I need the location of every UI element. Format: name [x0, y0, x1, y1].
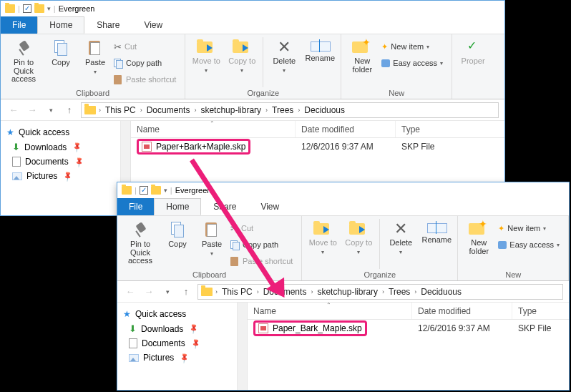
column-header-label: Name: [137, 124, 160, 134]
sidebar-item-documents[interactable]: Documents📌: [4, 155, 117, 169]
breadcrumb[interactable]: sketchup-library: [316, 287, 379, 297]
tab-home[interactable]: Home: [154, 198, 201, 215]
sidebar-item-documents[interactable]: Documents📌: [120, 336, 234, 351]
forward-button[interactable]: →: [142, 285, 156, 299]
paste-icon: [204, 220, 220, 239]
easy-access-icon: [381, 59, 390, 67]
paste-shortcut-button[interactable]: Paste shortcut: [230, 253, 297, 269]
column-header-name[interactable]: Name⌃: [131, 121, 296, 137]
back-button[interactable]: ←: [123, 285, 137, 299]
sidebar-item-downloads[interactable]: ⬇Downloads📌: [120, 321, 234, 336]
copy-path-button[interactable]: Copy path: [230, 237, 297, 253]
breadcrumb[interactable]: Trees: [387, 287, 411, 297]
breadcrumb[interactable]: Deciduous: [303, 105, 346, 115]
column-headers: Name⌃ Date modified Type: [248, 303, 569, 320]
paste-button[interactable]: Paste ▾: [79, 37, 111, 75]
breadcrumb[interactable]: sketchup-library: [199, 105, 263, 115]
sidebar-item-quick-access[interactable]: ★Quick access: [120, 307, 234, 321]
qat-dropdown-icon[interactable]: ▾: [164, 187, 167, 194]
pin-quick-access-button[interactable]: Pin to Quick access: [5, 37, 42, 84]
move-to-icon: [195, 39, 217, 56]
forward-button[interactable]: →: [25, 103, 39, 117]
new-item-button[interactable]: ✦New item ▾: [381, 39, 447, 54]
breadcrumb[interactable]: Documents: [145, 105, 192, 115]
recent-locations-button[interactable]: ▾: [44, 103, 58, 117]
column-header-type[interactable]: Type: [396, 121, 504, 137]
chevron-right-icon: ›: [97, 107, 102, 114]
move-to-button[interactable]: Move to▾: [306, 219, 339, 255]
document-icon: [129, 338, 137, 348]
breadcrumb[interactable]: This PC: [104, 105, 137, 115]
pin-quick-access-button[interactable]: Pin to Quick access: [122, 219, 159, 265]
properties-button[interactable]: Proper: [457, 37, 489, 66]
paste-shortcut-button[interactable]: Paste shortcut: [114, 72, 180, 87]
checkmark-icon: [466, 39, 480, 56]
tab-view[interactable]: View: [248, 198, 291, 215]
column-header-date[interactable]: Date modified: [296, 121, 396, 137]
ribbon: Pin to Quick access Copy Paste ▾ ✂Cut Co…: [1, 34, 504, 99]
cut-label: Cut: [241, 224, 253, 232]
sort-indicator-icon: ⌃: [210, 120, 215, 127]
easy-access-button[interactable]: Easy access ▾: [498, 237, 564, 253]
tab-home[interactable]: Home: [37, 16, 84, 34]
up-button[interactable]: ↑: [179, 285, 193, 299]
copy-button[interactable]: Copy: [45, 37, 77, 67]
column-header-type[interactable]: Type: [512, 303, 569, 319]
address-bar[interactable]: › This PC› Documents› sketchup-library› …: [197, 284, 563, 300]
breadcrumb[interactable]: Trees: [270, 105, 295, 115]
move-to-button[interactable]: Move to ▾: [190, 37, 223, 74]
copy-path-button[interactable]: Copy path: [114, 55, 180, 71]
tab-share[interactable]: Share: [84, 16, 132, 34]
new-folder-button[interactable]: New folder: [462, 219, 495, 255]
new-item-button[interactable]: ✦New item ▾: [498, 220, 564, 236]
qat-checkbox-icon[interactable]: ✓: [23, 4, 31, 13]
sort-indicator-icon: ⌃: [326, 302, 331, 308]
new-folder-icon: [469, 220, 489, 237]
copy-to-label: Copy to: [345, 239, 372, 248]
properties-label: Proper: [462, 57, 485, 66]
file-date: 12/6/2016 9:37 AM: [412, 323, 512, 333]
qat-dropdown-icon[interactable]: ▾: [47, 5, 51, 12]
sidebar-item-label: Quick access: [19, 127, 69, 137]
copy-to-button[interactable]: Copy to▾: [342, 219, 375, 255]
sidebar-item-downloads[interactable]: ⬇Downloads📌: [4, 139, 117, 155]
delete-button[interactable]: ✕Delete▾: [384, 219, 417, 255]
new-item-label: New item: [391, 42, 424, 51]
paste-label: Paste: [85, 59, 105, 67]
sidebar-item-pictures[interactable]: Pictures📌: [120, 351, 234, 365]
paste-button[interactable]: Paste▾: [196, 219, 228, 257]
breadcrumb[interactable]: Deciduous: [419, 287, 463, 297]
rename-button[interactable]: Rename: [420, 219, 453, 245]
address-bar[interactable]: › This PC› Documents› sketchup-library› …: [81, 102, 499, 118]
folder-icon: [122, 186, 132, 195]
cut-button[interactable]: ✂Cut: [230, 220, 297, 236]
recent-locations-button[interactable]: ▾: [160, 285, 175, 299]
delete-button[interactable]: ✕ Delete ▾: [268, 37, 301, 74]
qat-checkbox-icon[interactable]: ✓: [140, 186, 148, 195]
column-header-label: Type: [401, 124, 420, 134]
cut-button[interactable]: ✂Cut: [114, 39, 180, 54]
copy-button[interactable]: Copy: [162, 219, 193, 249]
file-row[interactable]: Paper_Bark_Maple.skp 12/6/2016 9:37 AM S…: [248, 320, 569, 337]
tab-file[interactable]: File: [1, 16, 37, 34]
tab-view[interactable]: View: [132, 16, 175, 34]
rename-button[interactable]: Rename: [303, 37, 336, 63]
sidebar-item-pictures[interactable]: Pictures📌: [4, 169, 117, 183]
qat-separator: |: [170, 186, 172, 195]
up-button[interactable]: ↑: [62, 103, 77, 117]
breadcrumb[interactable]: This PC: [220, 287, 254, 297]
copy-to-button[interactable]: Copy to ▾: [225, 37, 258, 74]
file-row[interactable]: Paper+Bark+Maple.skp 12/6/2016 9:37 AM S…: [131, 138, 504, 155]
tab-share[interactable]: Share: [201, 198, 248, 215]
column-header-date[interactable]: Date modified: [412, 303, 512, 319]
back-button[interactable]: ←: [6, 103, 21, 117]
breadcrumb[interactable]: Documents: [262, 287, 308, 297]
download-icon: ⬇: [129, 323, 137, 334]
sidebar-item-quick-access[interactable]: ★Quick access: [4, 125, 117, 139]
easy-access-button[interactable]: Easy access ▾: [381, 55, 447, 71]
new-folder-label: New folder: [462, 239, 495, 255]
vertical-scrollbar[interactable]: [238, 303, 248, 390]
tab-file[interactable]: File: [117, 198, 154, 215]
column-header-name[interactable]: Name⌃: [248, 303, 412, 319]
new-folder-button[interactable]: New folder: [346, 37, 379, 74]
